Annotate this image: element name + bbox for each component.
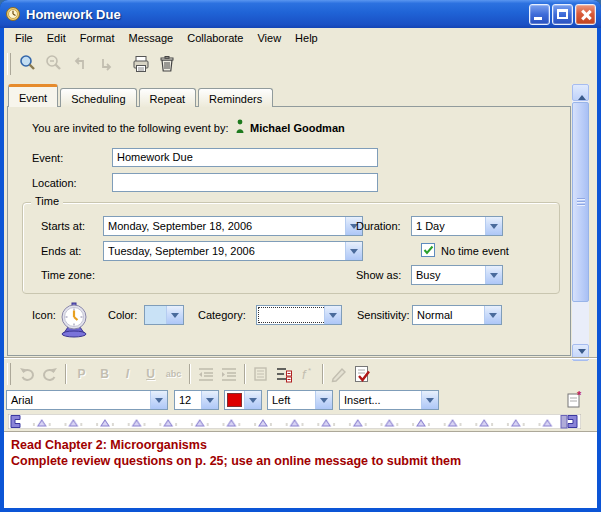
find-next-icon bbox=[42, 52, 66, 76]
chevron-down-icon[interactable] bbox=[485, 266, 502, 284]
redo-icon bbox=[38, 363, 61, 385]
section-divider bbox=[4, 357, 597, 358]
sensitivity-select[interactable]: Normal bbox=[412, 305, 502, 325]
underline-button: U bbox=[139, 363, 162, 385]
scrollbar-thumb[interactable] bbox=[572, 102, 589, 302]
tab-event[interactable]: Event bbox=[8, 84, 58, 107]
ends-at-select[interactable]: Tuesday, September 19, 2006 bbox=[103, 241, 363, 261]
strikethrough-button: abc bbox=[162, 363, 185, 385]
svg-text:*: * bbox=[308, 366, 311, 375]
no-time-event-checkbox[interactable] bbox=[421, 243, 435, 257]
body-line: Complete review questions on p. 25; use … bbox=[11, 453, 597, 469]
duration-select[interactable]: 1 Day bbox=[411, 216, 503, 236]
tab-reminders[interactable]: Reminders bbox=[198, 88, 273, 107]
sensitivity-label: Sensitivity: bbox=[357, 309, 410, 321]
starts-at-label: Starts at: bbox=[41, 220, 85, 232]
color-select[interactable] bbox=[144, 305, 184, 325]
duration-label: Duration: bbox=[356, 220, 401, 232]
chevron-down-icon[interactable] bbox=[315, 391, 332, 409]
chevron-down-icon[interactable] bbox=[421, 391, 438, 409]
category-select[interactable] bbox=[256, 305, 342, 325]
chevron-down-icon[interactable] bbox=[484, 306, 501, 324]
presence-icon bbox=[235, 119, 245, 134]
insert-select[interactable]: Insert... bbox=[339, 390, 439, 410]
show-as-select[interactable]: Busy bbox=[411, 265, 503, 285]
menu-format[interactable]: Format bbox=[73, 30, 122, 46]
ends-at-label: Ends at: bbox=[41, 245, 81, 257]
format-toolbar: P B I U abc f* bbox=[4, 359, 597, 389]
time-zone-label: Time zone: bbox=[41, 269, 95, 281]
chevron-down-icon[interactable] bbox=[345, 242, 362, 260]
toolbar-grip[interactable] bbox=[7, 53, 11, 75]
category-label: Category: bbox=[198, 309, 246, 321]
menu-message[interactable]: Message bbox=[122, 30, 181, 46]
menu-file[interactable]: File bbox=[8, 30, 40, 46]
svg-text:f: f bbox=[302, 367, 307, 382]
homework-due-window: Homework Due File Edit Format Message Co… bbox=[0, 0, 601, 512]
vertical-scrollbar[interactable] bbox=[572, 84, 589, 361]
tab-strip: Event Scheduling Repeat Reminders bbox=[4, 84, 275, 107]
chevron-down-icon[interactable] bbox=[166, 306, 183, 324]
main-toolbar bbox=[4, 48, 597, 80]
window-title: Homework Due bbox=[26, 7, 527, 22]
font-size-select[interactable]: 12 bbox=[174, 390, 219, 410]
menu-edit[interactable]: Edit bbox=[40, 30, 73, 46]
alarm-clock-icon[interactable] bbox=[58, 301, 90, 339]
time-group-title: Time bbox=[31, 195, 63, 207]
menu-view[interactable]: View bbox=[250, 30, 288, 46]
chevron-down-icon[interactable] bbox=[150, 391, 167, 409]
chevron-down-icon[interactable] bbox=[324, 306, 341, 324]
time-group: Time Starts at: Monday, September 18, 20… bbox=[22, 202, 560, 294]
outdent-icon bbox=[194, 363, 217, 385]
color-label: Color: bbox=[108, 309, 137, 321]
tab-repeat[interactable]: Repeat bbox=[139, 88, 196, 107]
chevron-down-icon[interactable] bbox=[201, 391, 218, 409]
window-client-area: File Edit Format Message Collaborate Vie… bbox=[4, 28, 597, 508]
check-icon bbox=[423, 245, 434, 255]
insert-object-icon[interactable]: * bbox=[565, 390, 587, 410]
menu-collaborate[interactable]: Collaborate bbox=[180, 30, 250, 46]
tab-scheduling[interactable]: Scheduling bbox=[60, 88, 136, 107]
font-color-select[interactable] bbox=[224, 390, 262, 410]
scrollbar-up-icon[interactable] bbox=[572, 84, 589, 101]
event-tab-page: You are invited to the following event b… bbox=[7, 106, 571, 356]
ruler[interactable] bbox=[4, 414, 597, 430]
font-color-swatch bbox=[227, 393, 242, 407]
font-name-select[interactable]: Arial bbox=[6, 390, 168, 410]
maximize-button[interactable] bbox=[552, 4, 573, 25]
location-input[interactable] bbox=[112, 173, 378, 192]
toolbar-grip[interactable] bbox=[7, 363, 11, 385]
print-icon[interactable] bbox=[129, 52, 153, 76]
italic-button: I bbox=[116, 363, 139, 385]
insert-field-icon: f* bbox=[295, 363, 318, 385]
minimize-button[interactable] bbox=[529, 4, 550, 25]
paragraph-style-button: P bbox=[70, 363, 93, 385]
bold-button: B bbox=[93, 363, 116, 385]
starts-at-select[interactable]: Monday, September 18, 2006 bbox=[103, 216, 363, 236]
next-icon bbox=[94, 52, 118, 76]
body-line: Read Chapter 2: Microorganisms bbox=[11, 437, 597, 453]
close-button[interactable] bbox=[575, 4, 596, 25]
window-clock-icon bbox=[5, 6, 21, 22]
chevron-down-icon[interactable] bbox=[485, 217, 502, 235]
icon-label: Icon: bbox=[32, 309, 56, 321]
menu-help[interactable]: Help bbox=[288, 30, 325, 46]
handwriting-icon bbox=[327, 363, 350, 385]
delete-icon[interactable] bbox=[155, 52, 179, 76]
no-time-event-label: No time event bbox=[441, 245, 509, 257]
event-input[interactable]: Homework Due bbox=[112, 148, 378, 167]
event-label: Event: bbox=[32, 152, 63, 164]
svg-text:*: * bbox=[577, 390, 582, 401]
message-body[interactable]: Read Chapter 2: Microorganisms Complete … bbox=[4, 431, 597, 508]
checklist-icon[interactable] bbox=[272, 363, 295, 385]
menu-bar: File Edit Format Message Collaborate Vie… bbox=[4, 28, 597, 48]
find-icon[interactable] bbox=[16, 52, 40, 76]
show-as-label: Show as: bbox=[356, 269, 401, 281]
invited-label: You are invited to the following event b… bbox=[32, 122, 229, 134]
organizer-name: Michael Goodman bbox=[250, 122, 345, 134]
indent-icon bbox=[217, 363, 240, 385]
title-bar[interactable]: Homework Due bbox=[0, 0, 601, 28]
spell-check-icon[interactable] bbox=[350, 363, 373, 385]
chevron-down-icon[interactable] bbox=[244, 391, 261, 409]
alignment-select[interactable]: Left bbox=[267, 390, 333, 410]
